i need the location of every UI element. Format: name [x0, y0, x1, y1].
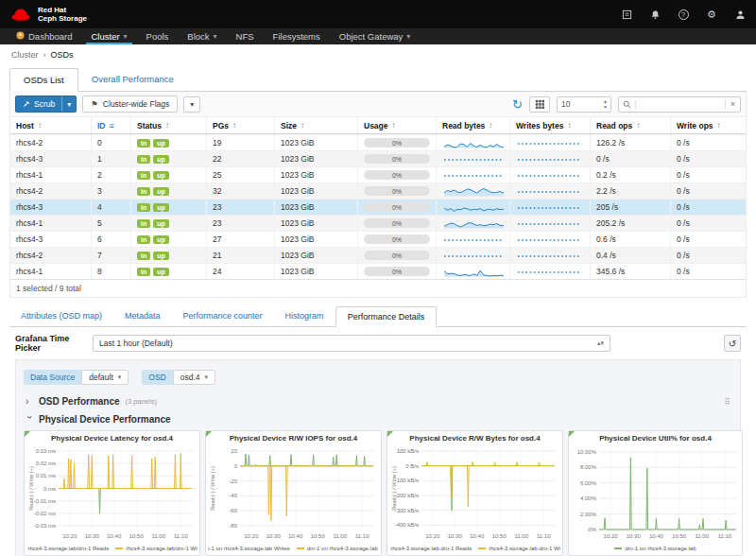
nav-item-block[interactable]: Block▾	[179, 28, 225, 44]
page-size-stepper[interactable]: ▲▼	[603, 98, 610, 110]
user-icon[interactable]	[733, 8, 747, 21]
panel-title[interactable]: Physical Device R/W IOPS for osd.4	[208, 434, 379, 443]
detail-tab-performance-counter[interactable]: Performance counter	[172, 306, 274, 327]
data-source-dropdown[interactable]: default ▾	[81, 370, 129, 385]
detail-tab-attributes--osd-map-[interactable]: Attributes (OSD map)	[9, 306, 113, 327]
svg-text:10:50: 10:50	[311, 533, 326, 539]
sort-icon[interactable]: ↕	[301, 121, 304, 130]
scrub-button[interactable]: Scrub ▾	[15, 96, 77, 113]
nav-item-pools[interactable]: Pools	[138, 28, 178, 44]
nav-item-dashboard[interactable]: Dashboard	[8, 28, 80, 44]
column-header-id[interactable]: ID≡	[91, 117, 130, 133]
legend-item[interactable]: rhcs4-3.storage.lab-dm-1 Reads	[389, 546, 472, 551]
sort-icon[interactable]: ↕	[392, 121, 396, 130]
grafana-panel-3: Physical Device Util% for osd.410.00%8.0…	[568, 430, 743, 556]
more-actions-caret-button[interactable]: ▾	[183, 96, 200, 113]
gear-icon[interactable]: ⚙	[705, 8, 718, 21]
svg-text:0 ms: 0 ms	[43, 486, 56, 492]
detail-tab-metadata[interactable]: Metadata	[113, 306, 172, 327]
column-header-read-bytes[interactable]: Read bytes↕	[436, 117, 509, 133]
tab-overall-performance[interactable]: Overall Performance	[78, 68, 187, 92]
help-icon[interactable]: ?	[677, 8, 690, 21]
osd-size-cell: 1023 GiB	[274, 200, 357, 215]
usage-progress-bar: 0%	[364, 154, 430, 164]
column-header-writes-bytes[interactable]: Writes bytes↕	[509, 117, 590, 133]
sort-icon[interactable]: ↕	[567, 121, 571, 130]
chart-plot: 200-20-40-60-8010:2010:3010:4010:5011:00…	[208, 443, 377, 541]
sort-icon[interactable]: ↕	[489, 121, 492, 130]
sort-icon[interactable]: ↕	[232, 121, 236, 130]
table-row-osd-8[interactable]: rhcs4-18inup241023 GiB0%345.6 /s0 /s	[10, 263, 746, 279]
legend-dash	[115, 547, 123, 549]
panel-title[interactable]: Physical Device Latency for osd.4	[26, 434, 198, 443]
table-row-osd-3[interactable]: rhcs4-23inup321023 GiB0%2.2 /s0 /s	[10, 182, 746, 199]
column-header-usage[interactable]: Usage↕	[357, 117, 436, 133]
osd-id-cell: 3	[91, 183, 130, 199]
osd-pgs-cell: 22	[206, 151, 274, 166]
panels-grid-icon[interactable]: ⠿	[724, 397, 730, 407]
detail-tab-performance-details[interactable]: Performance Details	[335, 306, 438, 327]
search-input[interactable]	[636, 99, 725, 109]
table-row-osd-5[interactable]: rhcs4-15inup231023 GiB0%205.2 /s0 /s	[10, 215, 746, 231]
osd-write-ops-cell: 0 /s	[670, 135, 746, 150]
svg-text:10:20: 10:20	[604, 533, 619, 539]
toggle-columns-button[interactable]	[529, 96, 550, 113]
column-header-size[interactable]: Size↕	[274, 117, 357, 133]
table-row-osd-6[interactable]: rhcs4-36inup271023 GiB0%0.6 /s0 /s	[10, 231, 746, 247]
panel-title[interactable]: Physical Device R/W Bytes for osd.4	[389, 434, 560, 443]
nav-item-nfs[interactable]: NFS	[228, 28, 263, 44]
table-row-osd-2[interactable]: rhcs4-12inup251023 GiB0%0.2 /s0 /s	[10, 166, 746, 182]
cluster-wide-flags-button[interactable]: ⚑ Cluster-wide Flags	[82, 96, 178, 113]
time-picker-select[interactable]: Last 1 hour (Default) ▴▾	[93, 335, 610, 352]
refresh-icon[interactable]: ↻	[512, 98, 523, 111]
legend-item[interactable]: dm-1 on rhcs4-3.storage.lab	[614, 546, 696, 551]
osd-dropdown[interactable]: osd.4 ▾	[173, 370, 215, 385]
column-header-status[interactable]: Status↕	[130, 117, 206, 133]
page-size-input[interactable]	[558, 99, 595, 109]
usage-progress-label: 0%	[364, 186, 430, 196]
tab-osds-list[interactable]: OSDs List	[9, 68, 78, 92]
column-header-host[interactable]: Host↕	[10, 117, 91, 133]
sort-icon[interactable]: ↕	[636, 121, 640, 130]
legend-item[interactable]: dm-1 on rhcs4-3.storage.lab Writes	[208, 546, 290, 551]
breadcrumb-section[interactable]: Cluster	[11, 50, 39, 60]
tasks-icon[interactable]	[620, 8, 633, 21]
legend-item[interactable]: rhcs4-3.storage.lab/dm-1 Reads	[26, 546, 109, 551]
detail-tab-histogram[interactable]: Histogram	[274, 306, 335, 327]
osd-status-cell: inup	[130, 151, 206, 166]
column-header-read-ops[interactable]: Read ops↕	[590, 117, 670, 133]
section-physical-device-performance[interactable]: › Physical Device Performance	[24, 410, 732, 428]
panel-title[interactable]: Physical Device Util% for osd.4	[571, 434, 740, 443]
status-badge-in: in	[137, 219, 150, 228]
table-row-osd-4[interactable]: rhcs4-34inup231023 GiB0%205 /s0 /s	[10, 199, 746, 215]
column-header-pgs[interactable]: PGs↕	[206, 117, 274, 133]
nav-item-filesystems[interactable]: Filesystems	[265, 28, 329, 44]
sort-icon[interactable]: ↕	[717, 121, 721, 130]
legend-item[interactable]: dm-1 on rhcs4-3.storage.lab Reads	[297, 546, 379, 551]
scrub-caret-button[interactable]: ▾	[61, 96, 76, 112]
status-badge-in: in	[137, 203, 150, 212]
legend-item[interactable]: rhcs4-3.storage.lab-dm-1 Writes	[478, 546, 560, 551]
reset-time-icon[interactable]: ↺	[724, 335, 741, 352]
sort-icon[interactable]: ↕	[165, 121, 169, 130]
nav-item-cluster[interactable]: Cluster▾	[82, 28, 135, 44]
table-row-osd-0[interactable]: rhcs4-20inup191023 GiB0%126.2 /s0 /s	[10, 134, 746, 150]
legend-item[interactable]: rhcs4-3.storage.lab/dm-1 Writes	[115, 546, 198, 551]
sort-icon[interactable]: ↕	[38, 121, 42, 130]
section-osd-performance[interactable]: › OSD Performance (3 panels) ⠿	[24, 392, 732, 410]
redhat-logo: Red Hat Ceph Storage	[9, 6, 87, 23]
clear-search-icon[interactable]: ×	[725, 99, 740, 109]
nav-item-object-gateway[interactable]: Object Gateway▾	[331, 28, 420, 44]
legend-label: rhcs4-3.storage.lab-dm-1 Writes	[489, 546, 560, 551]
osd-host-cell: rhcs4-1	[10, 167, 91, 182]
bell-icon[interactable]	[648, 8, 662, 21]
osd-writes-bytes-cell	[509, 216, 590, 231]
svg-text:10:20: 10:20	[62, 533, 77, 539]
svg-text:11:10: 11:10	[537, 533, 551, 539]
status-badge-up: up	[153, 252, 169, 260]
table-row-osd-7[interactable]: rhcs4-27inup211023 GiB0%0.4 /s0 /s	[10, 247, 746, 263]
column-header-write-ops[interactable]: Write ops↕	[670, 117, 746, 133]
table-row-osd-1[interactable]: rhcs4-31inup221023 GiB0%0 /s0 /s	[10, 150, 746, 166]
flag-icon: ⚑	[91, 99, 98, 109]
column-label: Read ops	[596, 121, 632, 130]
